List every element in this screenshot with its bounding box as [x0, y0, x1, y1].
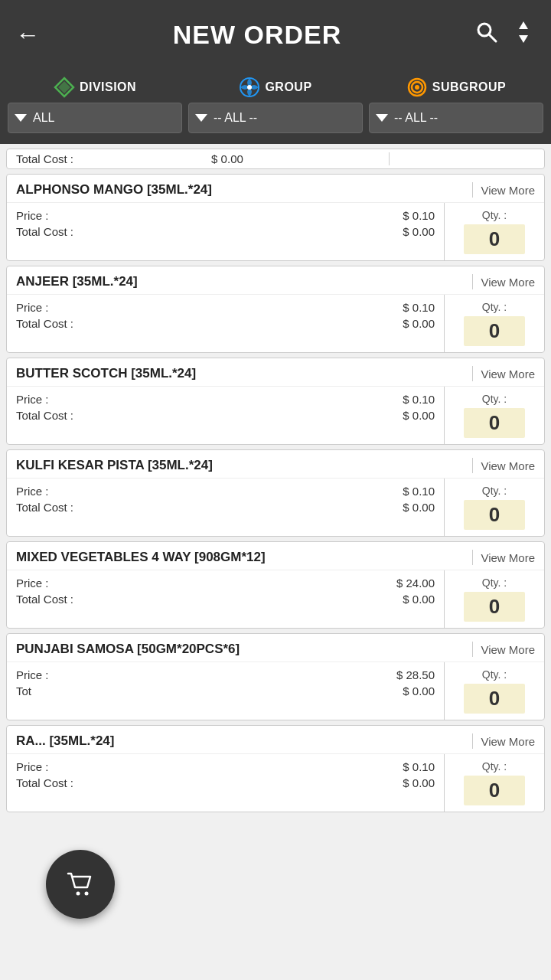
product-details-row: Price : $ 0.10 Total Cost : $ 0.00 Qty. … [7, 754, 544, 812]
product-prices: Price : $ 0.10 Total Cost : $ 0.00 [7, 387, 444, 444]
qty-label: Qty. : [482, 668, 507, 681]
division-label: DIVISION [80, 80, 136, 94]
product-card: BUTTER SCOTCH [35ML.*24] View More Price… [6, 358, 545, 445]
product-card: KULFI KESAR PISTA [35ML.*24] View More P… [6, 449, 545, 537]
partial-total-value: $ 0.00 [211, 152, 243, 165]
svg-point-7 [247, 85, 252, 90]
group-dropdown[interactable]: -- ALL -- [188, 103, 363, 133]
total-cost-label: Total Cost : [16, 776, 73, 789]
qty-input[interactable]: 0 [464, 776, 525, 805]
qty-input[interactable]: 0 [464, 592, 525, 622]
total-cost-label: Total Cost : [16, 409, 73, 422]
total-cost-value: $ 0.00 [403, 317, 435, 330]
product-details-row: Price : $ 0.10 Total Cost : $ 0.00 Qty. … [7, 387, 544, 444]
subgroup-dropdown[interactable]: -- ALL -- [369, 103, 543, 133]
view-more-link[interactable]: View More [481, 459, 535, 472]
search-button[interactable] [474, 20, 499, 50]
divider [472, 550, 473, 565]
product-name-row: ANJEER [35ML.*24] View More [7, 266, 544, 295]
view-more-link[interactable]: View More [481, 368, 535, 381]
total-cost-value: $ 0.00 [403, 593, 435, 606]
product-name: ANJEER [35ML.*24] [16, 274, 465, 289]
total-cost-value: $ 0.00 [403, 409, 435, 422]
svg-point-10 [415, 85, 419, 90]
total-cost-value: $ 0.00 [403, 776, 435, 789]
total-cost-label: Total Cost : [16, 593, 73, 606]
product-list: ALPHONSO MANGO [35ML.*24] View More Pric… [0, 169, 551, 817]
product-details-row: Price : $ 0.10 Total Cost : $ 0.00 Qty. … [7, 203, 544, 260]
divider [472, 458, 473, 473]
product-card: ANJEER [35ML.*24] View More Price : $ 0.… [6, 266, 545, 353]
price-label: Price : [16, 668, 49, 681]
product-name: BUTTER SCOTCH [35ML.*24] [16, 366, 465, 381]
product-name-row: BUTTER SCOTCH [35ML.*24] View More [7, 358, 544, 387]
back-button[interactable]: ← [15, 22, 40, 47]
qty-label: Qty. : [482, 485, 507, 497]
svg-marker-2 [519, 21, 528, 29]
qty-input[interactable]: 0 [464, 500, 525, 530]
price-label: Price : [16, 393, 49, 406]
qty-section: Qty. : 0 [445, 570, 544, 628]
qty-input[interactable]: 0 [464, 408, 525, 438]
qty-label: Qty. : [482, 301, 507, 313]
qty-input[interactable]: 0 [464, 224, 525, 254]
view-more-link[interactable]: View More [481, 551, 535, 564]
product-name: RA... [35ML.*24] [16, 733, 465, 749]
subgroup-filter: SUBGROUP -- ALL -- [369, 77, 543, 133]
qty-label: Qty. : [482, 393, 507, 405]
qty-label: Qty. : [482, 760, 507, 773]
total-cost-label: Total Cost : [16, 225, 73, 238]
view-more-link[interactable]: View More [481, 643, 535, 656]
group-label: GROUP [265, 80, 311, 94]
arrow-down-icon [15, 114, 27, 122]
qty-section: Qty. : 0 [445, 295, 544, 352]
qty-section: Qty. : 0 [445, 662, 544, 720]
svg-point-12 [85, 892, 89, 896]
price-label: Price : [16, 485, 49, 498]
price-value: $ 0.10 [403, 301, 435, 314]
total-cost-label: Total Cost : [16, 317, 73, 330]
price-value: $ 0.10 [403, 209, 435, 222]
product-card: ALPHONSO MANGO [35ML.*24] View More Pric… [6, 174, 545, 261]
division-dropdown[interactable]: ALL [8, 103, 182, 133]
product-details-row: Price : $ 0.10 Total Cost : $ 0.00 Qty. … [7, 479, 544, 536]
price-value: $ 24.00 [396, 577, 435, 590]
qty-section: Qty. : 0 [445, 479, 544, 536]
price-value: $ 28.50 [396, 668, 435, 681]
qty-label: Qty. : [482, 209, 507, 221]
product-prices: Price : $ 0.10 Total Cost : $ 0.00 [7, 754, 444, 812]
view-more-link[interactable]: View More [481, 735, 535, 748]
price-label: Price : [16, 209, 49, 222]
group-filter: GROUP -- ALL -- [188, 77, 363, 133]
cart-fab-button[interactable] [46, 850, 115, 919]
product-details-row: Price : $ 0.10 Total Cost : $ 0.00 Qty. … [7, 295, 544, 352]
qty-section: Qty. : 0 [445, 203, 544, 260]
product-prices: Price : $ 0.10 Total Cost : $ 0.00 [7, 479, 444, 536]
partial-total-label: Total Cost : [16, 152, 73, 165]
arrow-down-icon [376, 114, 388, 122]
price-label: Price : [16, 301, 49, 314]
divider [472, 274, 473, 289]
view-more-link[interactable]: View More [481, 276, 535, 289]
sort-button[interactable] [511, 20, 536, 50]
svg-point-11 [77, 892, 80, 896]
product-prices: Price : $ 0.10 Total Cost : $ 0.00 [7, 295, 444, 352]
qty-input[interactable]: 0 [464, 684, 525, 714]
view-more-link[interactable]: View More [481, 184, 535, 197]
app-header: ← NEW ORDER [0, 0, 551, 69]
total-cost-value: $ 0.00 [403, 501, 435, 514]
product-name-row: ALPHONSO MANGO [35ML.*24] View More [7, 175, 544, 203]
total-cost-value: $ 0.00 [403, 684, 435, 697]
product-name-row: PUNJABI SAMOSA [50GM*20PCS*6] View More [7, 634, 544, 662]
price-value: $ 0.10 [403, 760, 435, 773]
total-cost-label: Tot [16, 684, 31, 697]
divider [472, 733, 473, 749]
qty-input[interactable]: 0 [464, 316, 525, 346]
arrow-down-icon [195, 114, 207, 122]
price-value: $ 0.10 [403, 393, 435, 406]
product-details-row: Price : $ 24.00 Total Cost : $ 0.00 Qty.… [7, 570, 544, 628]
product-name: ALPHONSO MANGO [35ML.*24] [16, 182, 465, 198]
product-name-row: RA... [35ML.*24] View More [7, 726, 544, 754]
svg-line-1 [489, 34, 496, 41]
price-label: Price : [16, 577, 49, 590]
